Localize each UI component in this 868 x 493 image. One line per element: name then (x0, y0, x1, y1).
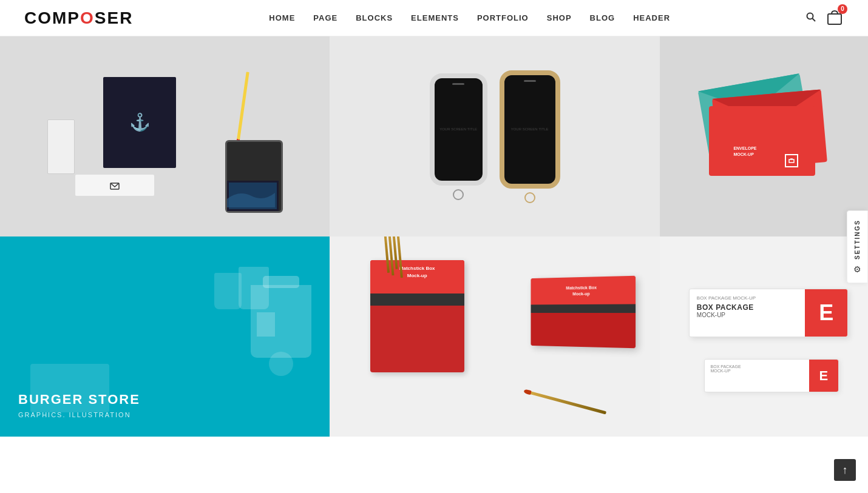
burger-store-title: BURGER STORE (18, 392, 311, 407)
main-nav: HOME PAGE BLOCKS ELEMENTS PORTFOLIO SHOP… (269, 13, 670, 22)
burger-content: BURGER STORE GRAPHICS. ILLUSTRATION (0, 236, 330, 437)
grid-item-boxpackage[interactable]: E BOX PACKAGE MOCK-UP BOX PACKAGE MOCK-U… (660, 236, 868, 437)
nav-shop[interactable]: SHOP (547, 13, 572, 22)
phones-overlay (330, 36, 659, 236)
grid-item-phones[interactable]: YOUR SCREEN TITLE YOUR SCREEN TITLE (330, 36, 659, 236)
branding-overlay (0, 36, 330, 236)
scroll-to-top-button[interactable]: ↑ (834, 459, 856, 481)
boxpackage-overlay (660, 236, 868, 437)
matchstick-overlay (330, 236, 659, 437)
nav-home[interactable]: HOME (269, 13, 295, 22)
nav-elements[interactable]: ELEMENTS (411, 13, 459, 22)
grid-item-envelope[interactable]: ENVELOPE MOCK-UP (660, 36, 868, 236)
nav-header[interactable]: HEADER (633, 13, 670, 22)
settings-label: SETTINGS (854, 219, 861, 259)
portfolio-grid: ⚓ (0, 36, 868, 437)
grid-item-matchstick[interactable]: Matchstick BoxMock-up (330, 236, 659, 437)
cart-button[interactable]: 0 (826, 8, 844, 29)
search-button[interactable] (806, 12, 816, 24)
burger-store-subtitle: GRAPHICS. ILLUSTRATION (18, 411, 311, 418)
settings-panel[interactable]: SETTINGS ⚙ (847, 210, 868, 283)
grid-item-branding[interactable]: ⚓ (0, 36, 330, 236)
site-logo[interactable]: COMPOSER (24, 8, 133, 28)
nav-page[interactable]: PAGE (313, 13, 337, 22)
header-actions: 0 (806, 8, 844, 29)
cart-count: 0 (838, 4, 847, 14)
settings-gear-icon: ⚙ (853, 264, 861, 274)
site-header: COMPOSER HOME PAGE BLOCKS ELEMENTS PORTF… (0, 0, 868, 36)
svg-line-1 (813, 18, 816, 21)
nav-portfolio[interactable]: PORTFOLIO (477, 13, 529, 22)
grid-item-burger[interactable]: BURGER STORE GRAPHICS. ILLUSTRATION (0, 236, 330, 437)
envelope-overlay (660, 36, 868, 236)
svg-point-0 (807, 13, 813, 19)
svg-rect-2 (828, 14, 841, 24)
nav-blog[interactable]: BLOG (590, 13, 615, 22)
nav-blocks[interactable]: BLOCKS (356, 13, 393, 22)
